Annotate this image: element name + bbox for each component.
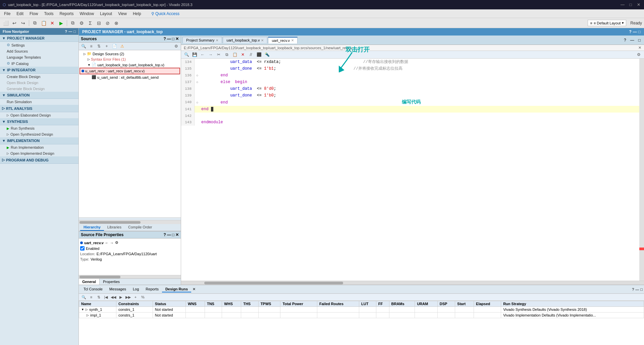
editor-help[interactable]: ? [622, 38, 628, 43]
uart-send-item[interactable]: ⬛ u_uart_send : xil_defaultlib.uart_send [79, 74, 180, 80]
settings-btn[interactable]: ⚙ [78, 19, 85, 27]
nav-run-synthesis[interactable]: ▶ Run Synthesis [0, 125, 78, 131]
maximize-btn[interactable]: □ [628, 2, 633, 7]
bt-collapse[interactable]: ⇅ [96, 294, 102, 300]
tab-uart-loopback[interactable]: uart_loopback_top.v ✕ [223, 37, 267, 43]
impl-btn[interactable]: ⧉ [69, 19, 76, 27]
nav-open-implemented[interactable]: ▷ Open Implemented Design [0, 150, 78, 156]
ed-paste[interactable]: 📋 [231, 52, 238, 58]
sources-max[interactable]: □ [172, 37, 174, 41]
sfp-nav-next[interactable]: → [110, 241, 114, 245]
sfp-help[interactable]: ? [163, 232, 166, 237]
nav-run-simulation[interactable]: Run Simulation [0, 99, 78, 105]
nav-open-synthesized[interactable]: ▷ Open Synthesized Design [0, 131, 78, 137]
nav-ip-catalog[interactable]: ⚙ IP Catalog [0, 60, 78, 67]
tool3[interactable]: ⊗ [113, 19, 120, 27]
ed-cut[interactable]: ✂ [215, 52, 222, 58]
bt-percent[interactable]: % [140, 294, 146, 300]
ed-search[interactable]: 🔍 [183, 52, 190, 58]
tab-compile-order[interactable]: Compile Order [125, 224, 156, 231]
minimize-btn[interactable]: — [620, 2, 625, 7]
ed-save[interactable]: 💾 [191, 52, 198, 58]
bt-run[interactable]: ▶ [118, 294, 124, 300]
sources-search[interactable]: 🔍 [80, 43, 87, 49]
sfp-max[interactable]: □ [172, 232, 174, 237]
ed-settings[interactable]: ⚙ [635, 52, 642, 58]
paste-btn[interactable]: 📋 [40, 19, 47, 27]
flow-nav-help[interactable]: ? [65, 29, 67, 33]
ed-comment[interactable]: // [248, 52, 254, 58]
synth-row[interactable]: ▼ ▷ synth_1 constrs_1 Not started [79, 307, 644, 313]
section-synthesis-header[interactable]: ▼ SYNTHESIS [0, 118, 78, 125]
bt-filter[interactable]: ≡ [88, 294, 94, 300]
nav-add-sources[interactable]: Add Sources [0, 48, 78, 54]
bt-prev[interactable]: ◀◀ [110, 294, 116, 300]
nav-generate-block-design[interactable]: Generate Block Design [0, 86, 78, 92]
section-impl-header[interactable]: ▼ IMPLEMENTATION [0, 137, 78, 144]
sources-filter[interactable]: ≡ [88, 43, 95, 49]
ur-close[interactable]: ✕ [291, 39, 294, 42]
tab-libraries[interactable]: Libraries [104, 224, 125, 231]
bt-help[interactable]: ? [632, 287, 634, 291]
editor-min[interactable]: — [628, 38, 636, 43]
tab-messages[interactable]: Messages [106, 286, 129, 292]
tool2[interactable]: ⊘ [104, 19, 111, 27]
menu-layout[interactable]: Layout [97, 11, 115, 17]
sources-add[interactable]: + [103, 43, 110, 49]
sources-min[interactable]: — [167, 37, 171, 41]
section-ip-integrator-header[interactable]: ▼ IP INTEGRATOR [0, 67, 78, 74]
tool1[interactable]: ⊟ [95, 19, 103, 27]
nav-create-block-design[interactable]: Create Block Design [0, 74, 78, 80]
menu-tools[interactable]: Tools [41, 11, 56, 17]
flow-nav-min[interactable]: — [68, 29, 72, 33]
run-btn[interactable]: ▶ [57, 19, 65, 27]
tab-uart-recv[interactable]: uart_recv.v ✕ [268, 37, 298, 44]
editor-max[interactable]: □ [636, 38, 643, 43]
tab-reports[interactable]: Reports [142, 286, 162, 292]
layout-dropdown[interactable]: ≡ ≡ Default Layout ▾ [588, 20, 626, 26]
tab-log[interactable]: Log [129, 286, 142, 292]
tab-tcl-console[interactable]: Tcl Console [80, 286, 106, 292]
sfp-settings[interactable]: ⚙ [115, 240, 118, 245]
sources-report[interactable]: 📄 [111, 43, 118, 49]
uart-recv-item[interactable]: u_uart_recv : uart_recv (uart_recv.v) [79, 68, 180, 74]
flow-nav-float[interactable]: □ [73, 29, 76, 33]
section-project-manager-header[interactable]: ▼ PROJECT MANAGER [0, 35, 78, 42]
ul-close[interactable]: ✕ [261, 39, 264, 42]
ed-info[interactable]: 🔦 [264, 52, 270, 58]
ed-block[interactable]: ⬛ [256, 52, 262, 58]
pm-help[interactable]: ? [629, 29, 631, 34]
ps-close[interactable]: ✕ [216, 39, 218, 42]
bt-search[interactable]: 🔍 [81, 294, 87, 300]
bt-next[interactable]: ▶▶ [125, 294, 131, 300]
bt-max[interactable]: □ [640, 287, 643, 291]
pm-float[interactable]: □ [638, 29, 641, 34]
close-btn[interactable]: ✕ [636, 2, 641, 7]
sfp-tab-general[interactable]: General [79, 279, 100, 285]
impl-row[interactable]: ▷ impl_1 constrs_1 Not started [79, 313, 644, 318]
bt-min[interactable]: — [635, 287, 639, 291]
sources-close[interactable]: ✕ [175, 37, 179, 41]
menu-window[interactable]: Window [77, 11, 97, 17]
copy-btn[interactable]: ⧉ [31, 19, 39, 27]
section-prog-header[interactable]: ▷ PROGRAM AND DEBUG [0, 156, 78, 164]
redo-btn[interactable]: ↪ [19, 19, 27, 27]
sources-help[interactable]: ? [163, 37, 166, 41]
sfp-close[interactable]: ✕ [175, 232, 179, 237]
editor-horiz-scroll[interactable] [181, 281, 644, 285]
sources-horiz-scroll[interactable] [79, 220, 181, 224]
sfp-enabled-checkbox[interactable] [80, 246, 85, 251]
nav-language-templates[interactable]: Language Templates [0, 54, 78, 60]
ed-copy[interactable]: ⧉ [223, 52, 230, 58]
menu-reports[interactable]: Reports [57, 11, 76, 17]
sources-collapse[interactable]: ⇅ [96, 43, 102, 49]
menu-view[interactable]: View [115, 11, 129, 17]
ed-delete[interactable]: ✕ [239, 52, 246, 58]
bt-first[interactable]: |◀ [103, 294, 109, 300]
new-btn[interactable]: ⬜ [2, 19, 9, 27]
quick-access[interactable]: ⚲ Quick Access [151, 11, 179, 16]
editor-path-close[interactable]: ✕ [638, 46, 641, 50]
sfp-nav-prev[interactable]: ← [105, 241, 109, 245]
design-sources-item[interactable]: ▷ 📁 Design Sources (2) [79, 51, 180, 57]
nav-open-block-design[interactable]: Open Block Design [0, 80, 78, 86]
